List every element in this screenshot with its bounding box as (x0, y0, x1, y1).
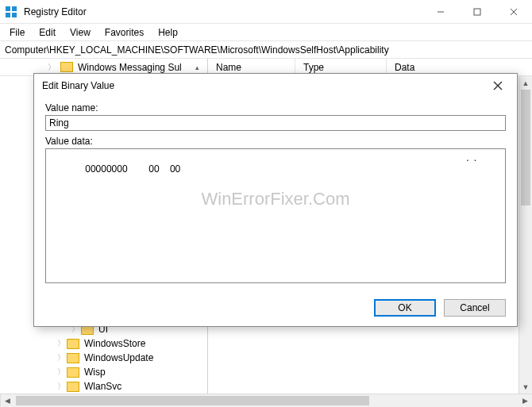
tree-item-label: WlanSvc (84, 381, 121, 392)
address-bar[interactable]: Computer\HKEY_LOCAL_MACHINE\SOFTWARE\Mic… (0, 41, 532, 59)
value-name-label: Value name: (45, 102, 506, 113)
titlebar: Registry Editor (0, 0, 532, 24)
tree-item[interactable]: 〉 WlanSvc (0, 379, 207, 394)
menu-edit[interactable]: Edit (33, 25, 62, 40)
hex-offset: 00000000 (85, 163, 148, 175)
chevron-right-icon[interactable]: 〉 (57, 352, 65, 363)
hex-bytes: 00 00 (148, 163, 355, 175)
dialog-titlebar: Edit Binary Value (34, 74, 517, 98)
svg-rect-5 (474, 9, 480, 15)
chevron-right-icon[interactable]: 〉 (57, 381, 65, 392)
svg-rect-0 (6, 6, 10, 11)
tree-item-label: WindowsStore (84, 338, 145, 349)
edit-binary-dialog: Edit Binary Value Value name: Value data… (33, 73, 518, 327)
chevron-right-icon[interactable]: 〉 (48, 62, 56, 73)
tree-bottom-group: 〉 UI 〉 WindowsStore 〉 WindowsUpdate 〉 Wi… (0, 322, 207, 394)
tree-item-label: WindowsUpdate (84, 352, 153, 363)
address-path: Computer\HKEY_LOCAL_MACHINE\SOFTWARE\Mic… (5, 44, 389, 56)
svg-rect-2 (6, 13, 10, 17)
folder-icon (67, 367, 79, 378)
menu-help[interactable]: Help (152, 25, 184, 40)
chevron-right-icon[interactable]: 〉 (57, 367, 65, 378)
menu-view[interactable]: View (64, 25, 97, 40)
window-title: Registry Editor (24, 6, 422, 17)
scroll-thumb[interactable] (521, 90, 530, 205)
minimize-button[interactable] (422, 0, 459, 23)
dialog-close-button[interactable] (487, 75, 509, 97)
scroll-up-icon[interactable]: ▲ (519, 76, 532, 90)
maximize-button[interactable] (459, 0, 495, 23)
watermark-text: WinErrorFixer.Com (46, 189, 505, 209)
svg-rect-3 (12, 13, 17, 17)
value-data-label: Value data: (45, 136, 506, 147)
scroll-down-icon[interactable]: ▼ (519, 380, 532, 394)
folder-icon (67, 382, 79, 392)
cancel-button[interactable]: Cancel (444, 299, 506, 317)
menu-file[interactable]: File (3, 25, 31, 40)
values-vertical-scrollbar[interactable]: ▲ ▼ (519, 76, 532, 394)
folder-icon (67, 353, 79, 363)
hex-ascii: .. (466, 152, 481, 163)
svg-rect-1 (12, 6, 17, 11)
tree-item-label: Windows Messaging Sul (78, 62, 190, 73)
scroll-thumb[interactable] (16, 396, 369, 405)
folder-icon (67, 339, 79, 349)
scroll-track[interactable] (519, 90, 532, 380)
sort-indicator-icon: ▴ (193, 63, 201, 71)
regedit-icon (5, 6, 17, 18)
tree-item-label: Wisp (84, 367, 106, 378)
values-horizontal-scrollbar[interactable]: ◀ ▶ (0, 394, 532, 407)
menubar: File Edit View Favorites Help (0, 24, 532, 41)
scroll-right-icon[interactable]: ▶ (519, 394, 532, 408)
dialog-buttons: OK Cancel (374, 299, 506, 317)
folder-icon (60, 62, 73, 72)
tree-item[interactable]: 〉 Wisp (0, 365, 207, 379)
ok-button[interactable]: OK (374, 299, 436, 317)
chevron-right-icon[interactable]: 〉 (57, 338, 65, 349)
value-data-hex-editor[interactable]: 0000000000 00.. WinErrorFixer.Com (45, 148, 506, 283)
value-name-field[interactable] (45, 115, 506, 131)
menu-favorites[interactable]: Favorites (98, 25, 150, 40)
tree-item[interactable]: 〉 WindowsStore (0, 336, 207, 351)
tree-item[interactable]: 〉 WindowsUpdate (0, 351, 207, 365)
dialog-title: Edit Binary Value (42, 80, 487, 91)
close-button[interactable] (495, 0, 532, 23)
window-controls (422, 0, 532, 23)
scroll-track[interactable] (14, 394, 519, 407)
bottom-scrollbars: ◀ ▶ ◀ ▶ (0, 394, 532, 407)
scroll-left-icon[interactable]: ◀ (1, 394, 14, 408)
dialog-body: Value name: Value data: 0000000000 00.. … (34, 98, 517, 291)
